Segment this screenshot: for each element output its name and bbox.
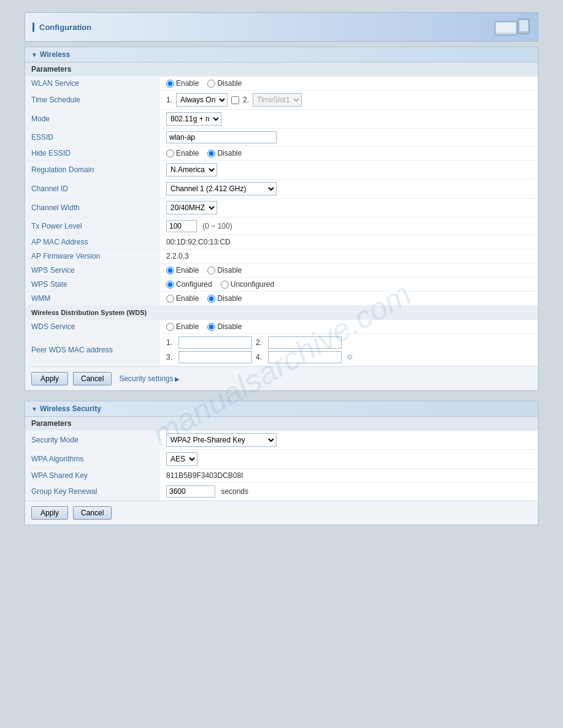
wds-disable-text: Disable [217, 322, 242, 331]
channel-id-row: Channel ID Channel 1 (2.412 GHz) [25, 180, 538, 199]
peer-wds-row: Peer WDS MAC address 1. 2. 3. 4. [25, 334, 538, 366]
group-key-renewal-input[interactable] [166, 485, 215, 498]
tx-power-label: Tx Power Level [25, 218, 160, 235]
wps-unconfigured-text: Unconfigured [231, 280, 274, 289]
ts-checkbox2[interactable] [231, 96, 239, 104]
time-schedule-label: Time Schedule [25, 91, 160, 110]
wireless-apply-button[interactable]: Apply [31, 372, 68, 385]
ap-mac-value: 00:1D:92:C0:13:CD [160, 235, 538, 249]
wmm-enable-radio[interactable] [166, 295, 174, 303]
wps-service-disable-text: Disable [217, 266, 242, 275]
wlan-enable-radio[interactable] [166, 80, 174, 88]
channel-width-label: Channel Width [25, 199, 160, 218]
security-params-header-row: Parameters [25, 417, 538, 431]
hide-essid-disable-label[interactable]: Disable [207, 149, 242, 157]
wlan-enable-label[interactable]: Enable [166, 79, 199, 88]
wps-service-disable-label[interactable]: Disable [207, 266, 242, 275]
wds-service-row: WDS Service Enable Disable [25, 320, 538, 334]
wds-service-label: WDS Service [25, 320, 160, 334]
header-icon [494, 18, 530, 36]
peer-wds-input3[interactable] [178, 351, 252, 363]
wlan-disable-label[interactable]: Disable [207, 79, 242, 88]
wpa-algorithms-value: AES [160, 450, 538, 469]
wmm-disable-label[interactable]: Disable [207, 294, 242, 303]
wds-enable-radio[interactable] [166, 323, 174, 331]
wps-configured-radio[interactable] [166, 281, 174, 289]
ap-firmware-row: AP Firmware Version 2.2.0.3 [25, 249, 538, 264]
svg-rect-1 [496, 23, 516, 32]
wlan-disable-text: Disable [217, 79, 242, 88]
security-mode-label: Security Mode [25, 431, 160, 450]
wps-service-disable-radio[interactable] [207, 267, 215, 275]
peer-wds-value: 1. 2. 3. 4. ⚙ [160, 334, 538, 366]
essid-label: ESSID [25, 129, 160, 146]
wps-service-row: WPS Service Enable Disable [25, 264, 538, 278]
wpa-algorithms-select[interactable]: AES [166, 452, 197, 466]
security-settings-link[interactable]: Security settings [119, 374, 180, 383]
wpa-algorithms-row: WPA Algorithms AES [25, 450, 538, 469]
wlan-enable-text: Enable [176, 79, 199, 88]
essid-row: ESSID [25, 129, 538, 146]
channel-id-label: Channel ID [25, 180, 160, 199]
wps-service-label: WPS Service [25, 264, 160, 278]
peer-wds-label1: 1. [166, 338, 175, 347]
peer-wds-input2[interactable] [268, 336, 342, 349]
wps-service-enable-text: Enable [176, 266, 199, 275]
security-cancel-button[interactable]: Cancel [73, 506, 112, 520]
wireless-title-text: Wireless [40, 50, 70, 59]
wds-enable-label[interactable]: Enable [166, 322, 199, 331]
hide-essid-radio-group: Enable Disable [166, 149, 532, 157]
mode-select[interactable]: 802.11g + n [166, 112, 221, 126]
security-mode-select[interactable]: WPA2 Pre-Shared Key [166, 433, 277, 447]
security-apply-button[interactable]: Apply [31, 506, 68, 520]
wps-state-label: WPS State [25, 278, 160, 292]
wps-unconfigured-radio[interactable] [221, 281, 229, 289]
wds-disable-radio[interactable] [207, 323, 215, 331]
peer-wds-input1[interactable] [178, 336, 252, 349]
group-key-renewal-suffix: seconds [221, 487, 248, 496]
group-key-renewal-row: Group Key Renewal seconds [25, 483, 538, 501]
security-button-row: Apply Cancel [25, 501, 538, 525]
essid-input[interactable] [166, 131, 277, 143]
group-key-renewal-value: seconds [160, 483, 538, 501]
security-params-header-label: Parameters [25, 417, 538, 431]
ts-dropdown1[interactable]: Always On [176, 93, 228, 107]
hide-essid-enable-radio[interactable] [166, 150, 174, 157]
peer-wds-input4[interactable] [268, 351, 342, 363]
wps-unconfigured-label[interactable]: Unconfigured [221, 280, 274, 289]
tx-power-row: Tx Power Level (0 ~ 100) [25, 218, 538, 235]
wds-section-label: Wireless Distribution System (WDS) [25, 306, 538, 320]
hide-essid-enable-label[interactable]: Enable [166, 149, 199, 157]
tx-power-input[interactable] [166, 220, 197, 232]
channel-id-select[interactable]: Channel 1 (2.412 GHz) [166, 182, 277, 195]
wmm-enable-text: Enable [176, 294, 199, 303]
wpa-algorithms-label: WPA Algorithms [25, 450, 160, 469]
peer-wds-row2: 3. 4. ⚙ [166, 351, 532, 363]
wps-service-enable-radio[interactable] [166, 267, 174, 275]
reg-domain-label: Regulation Domain [25, 161, 160, 180]
wireless-cancel-button[interactable]: Cancel [73, 372, 112, 385]
wmm-enable-label[interactable]: Enable [166, 294, 199, 303]
mode-row: Mode 802.11g + n [25, 110, 538, 129]
wpa-shared-key-value: 811B5B9F3403DCB08I [160, 469, 538, 483]
ts-dropdown2[interactable]: TimeSlot1 [253, 93, 302, 107]
hide-essid-value: Enable Disable [160, 146, 538, 161]
security-params-table: Parameters Security Mode WPA2 Pre-Shared… [25, 417, 538, 501]
peer-wds-label4: 4. [256, 353, 264, 362]
channel-width-select[interactable]: 20/40MHZ [166, 201, 217, 214]
wps-configured-text: Configured [176, 280, 212, 289]
reg-domain-select[interactable]: N.America [166, 163, 217, 176]
hide-essid-disable-radio[interactable] [207, 150, 215, 157]
wps-configured-label[interactable]: Configured [166, 280, 212, 289]
hide-essid-enable-text: Enable [176, 149, 199, 157]
wps-service-enable-label[interactable]: Enable [166, 266, 199, 275]
wmm-disable-radio[interactable] [207, 295, 215, 303]
channel-width-value: 20/40MHZ [160, 199, 538, 218]
wds-disable-label[interactable]: Disable [207, 322, 242, 331]
hide-essid-label: Hide ESSID [25, 146, 160, 161]
mode-value: 802.11g + n [160, 110, 538, 129]
security-panel-arrow: ▼ [31, 406, 37, 412]
peer-wds-row1: 1. 2. [166, 336, 532, 349]
wps-service-radio-group: Enable Disable [166, 266, 532, 275]
wlan-disable-radio[interactable] [207, 80, 215, 88]
